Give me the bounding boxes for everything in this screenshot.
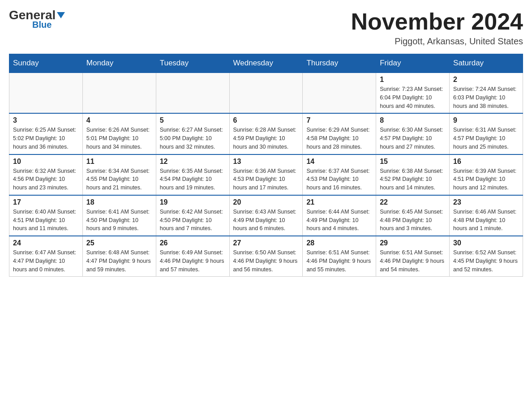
table-row <box>229 73 303 113</box>
day-number: 9 <box>453 116 519 124</box>
header-sunday: Sunday <box>9 54 83 73</box>
day-info: Sunrise: 6:27 AM Sunset: 5:00 PM Dayligh… <box>160 126 226 151</box>
table-row: 22Sunrise: 6:45 AM Sunset: 4:48 PM Dayli… <box>376 195 450 236</box>
day-info: Sunrise: 6:34 AM Sunset: 4:55 PM Dayligh… <box>86 167 152 192</box>
location-title: Piggott, Arkansas, United States <box>351 36 523 47</box>
page-header: General Blue November 2024 Piggott, Arka… <box>9 9 523 47</box>
table-row: 27Sunrise: 6:50 AM Sunset: 4:46 PM Dayli… <box>229 236 303 277</box>
day-number: 15 <box>380 158 446 166</box>
calendar-header-row: Sunday Monday Tuesday Wednesday Thursday… <box>9 54 523 73</box>
table-row: 23Sunrise: 6:46 AM Sunset: 4:48 PM Dayli… <box>450 195 523 236</box>
table-row: 8Sunrise: 6:30 AM Sunset: 4:57 PM Daylig… <box>376 113 450 154</box>
header-tuesday: Tuesday <box>156 54 229 73</box>
table-row: 19Sunrise: 6:42 AM Sunset: 4:50 PM Dayli… <box>156 195 229 236</box>
table-row <box>303 73 376 113</box>
table-row: 4Sunrise: 6:26 AM Sunset: 5:01 PM Daylig… <box>82 113 156 154</box>
day-info: Sunrise: 6:48 AM Sunset: 4:47 PM Dayligh… <box>86 248 152 274</box>
day-number: 3 <box>13 116 79 124</box>
day-number: 28 <box>306 239 372 247</box>
day-info: Sunrise: 6:30 AM Sunset: 4:57 PM Dayligh… <box>380 126 446 151</box>
day-info: Sunrise: 6:35 AM Sunset: 4:54 PM Dayligh… <box>160 167 226 192</box>
day-number: 20 <box>233 198 299 206</box>
table-row: 13Sunrise: 6:36 AM Sunset: 4:53 PM Dayli… <box>229 154 303 195</box>
day-number: 10 <box>13 158 79 166</box>
day-number: 6 <box>233 116 299 124</box>
day-number: 11 <box>86 158 152 166</box>
table-row: 2Sunrise: 7:24 AM Sunset: 6:03 PM Daylig… <box>450 73 523 113</box>
calendar-week-2: 3Sunrise: 6:25 AM Sunset: 5:02 PM Daylig… <box>9 113 523 154</box>
day-number: 12 <box>160 158 226 166</box>
table-row: 17Sunrise: 6:40 AM Sunset: 4:51 PM Dayli… <box>9 195 83 236</box>
table-row: 5Sunrise: 6:27 AM Sunset: 5:00 PM Daylig… <box>156 113 229 154</box>
day-number: 25 <box>86 239 152 247</box>
day-number: 29 <box>380 239 446 247</box>
day-info: Sunrise: 6:32 AM Sunset: 4:56 PM Dayligh… <box>13 167 79 192</box>
calendar-week-3: 10Sunrise: 6:32 AM Sunset: 4:56 PM Dayli… <box>9 154 523 195</box>
day-info: Sunrise: 6:49 AM Sunset: 4:46 PM Dayligh… <box>160 248 226 274</box>
header-thursday: Thursday <box>303 54 376 73</box>
table-row <box>9 73 83 113</box>
header-monday: Monday <box>82 54 156 73</box>
table-row: 14Sunrise: 6:37 AM Sunset: 4:53 PM Dayli… <box>303 154 376 195</box>
table-row: 15Sunrise: 6:38 AM Sunset: 4:52 PM Dayli… <box>376 154 450 195</box>
day-info: Sunrise: 6:52 AM Sunset: 4:45 PM Dayligh… <box>453 248 519 274</box>
table-row: 21Sunrise: 6:44 AM Sunset: 4:49 PM Dayli… <box>303 195 376 236</box>
day-number: 26 <box>160 239 226 247</box>
day-info: Sunrise: 6:45 AM Sunset: 4:48 PM Dayligh… <box>380 208 446 233</box>
day-info: Sunrise: 6:37 AM Sunset: 4:53 PM Dayligh… <box>306 167 372 192</box>
table-row: 26Sunrise: 6:49 AM Sunset: 4:46 PM Dayli… <box>156 236 229 277</box>
day-number: 14 <box>306 158 372 166</box>
day-info: Sunrise: 6:42 AM Sunset: 4:50 PM Dayligh… <box>160 208 226 233</box>
title-block: November 2024 Piggott, Arkansas, United … <box>351 9 523 47</box>
day-info: Sunrise: 6:28 AM Sunset: 4:59 PM Dayligh… <box>233 126 299 151</box>
day-info: Sunrise: 6:40 AM Sunset: 4:51 PM Dayligh… <box>13 208 79 233</box>
day-info: Sunrise: 6:29 AM Sunset: 4:58 PM Dayligh… <box>306 126 372 151</box>
table-row: 11Sunrise: 6:34 AM Sunset: 4:55 PM Dayli… <box>82 154 156 195</box>
table-row: 7Sunrise: 6:29 AM Sunset: 4:58 PM Daylig… <box>303 113 376 154</box>
day-number: 1 <box>380 76 446 84</box>
table-row: 25Sunrise: 6:48 AM Sunset: 4:47 PM Dayli… <box>82 236 156 277</box>
day-info: Sunrise: 6:26 AM Sunset: 5:01 PM Dayligh… <box>86 126 152 151</box>
day-info: Sunrise: 6:43 AM Sunset: 4:49 PM Dayligh… <box>233 208 299 233</box>
table-row: 18Sunrise: 6:41 AM Sunset: 4:50 PM Dayli… <box>82 195 156 236</box>
day-number: 24 <box>13 239 79 247</box>
day-number: 21 <box>306 198 372 206</box>
day-info: Sunrise: 6:46 AM Sunset: 4:48 PM Dayligh… <box>453 208 519 233</box>
day-number: 23 <box>453 198 519 206</box>
day-number: 17 <box>13 198 79 206</box>
calendar-table: Sunday Monday Tuesday Wednesday Thursday… <box>9 54 523 277</box>
calendar-week-4: 17Sunrise: 6:40 AM Sunset: 4:51 PM Dayli… <box>9 195 523 236</box>
day-number: 8 <box>380 116 446 124</box>
header-saturday: Saturday <box>450 54 523 73</box>
day-info: Sunrise: 6:44 AM Sunset: 4:49 PM Dayligh… <box>306 208 372 233</box>
table-row: 6Sunrise: 6:28 AM Sunset: 4:59 PM Daylig… <box>229 113 303 154</box>
table-row: 12Sunrise: 6:35 AM Sunset: 4:54 PM Dayli… <box>156 154 229 195</box>
table-row: 28Sunrise: 6:51 AM Sunset: 4:46 PM Dayli… <box>303 236 376 277</box>
logo: General Blue <box>9 9 65 30</box>
day-number: 16 <box>453 158 519 166</box>
day-info: Sunrise: 6:41 AM Sunset: 4:50 PM Dayligh… <box>86 208 152 233</box>
table-row: 20Sunrise: 6:43 AM Sunset: 4:49 PM Dayli… <box>229 195 303 236</box>
day-number: 30 <box>453 239 519 247</box>
table-row: 9Sunrise: 6:31 AM Sunset: 4:57 PM Daylig… <box>450 113 523 154</box>
table-row: 24Sunrise: 6:47 AM Sunset: 4:47 PM Dayli… <box>9 236 83 277</box>
day-number: 7 <box>306 116 372 124</box>
day-number: 27 <box>233 239 299 247</box>
day-number: 13 <box>233 158 299 166</box>
header-wednesday: Wednesday <box>229 54 303 73</box>
day-number: 5 <box>160 116 226 124</box>
table-row: 29Sunrise: 6:51 AM Sunset: 4:46 PM Dayli… <box>376 236 450 277</box>
calendar-week-5: 24Sunrise: 6:47 AM Sunset: 4:47 PM Dayli… <box>9 236 523 277</box>
day-number: 22 <box>380 198 446 206</box>
day-info: Sunrise: 6:36 AM Sunset: 4:53 PM Dayligh… <box>233 167 299 192</box>
logo-blue: Blue <box>32 20 51 30</box>
day-info: Sunrise: 6:25 AM Sunset: 5:02 PM Dayligh… <box>13 126 79 151</box>
day-info: Sunrise: 7:23 AM Sunset: 6:04 PM Dayligh… <box>380 85 446 110</box>
day-info: Sunrise: 6:50 AM Sunset: 4:46 PM Dayligh… <box>233 248 299 274</box>
day-number: 2 <box>453 76 519 84</box>
table-row: 1Sunrise: 7:23 AM Sunset: 6:04 PM Daylig… <box>376 73 450 113</box>
day-number: 19 <box>160 198 226 206</box>
table-row <box>156 73 229 113</box>
table-row: 30Sunrise: 6:52 AM Sunset: 4:45 PM Dayli… <box>450 236 523 277</box>
day-number: 4 <box>86 116 152 124</box>
